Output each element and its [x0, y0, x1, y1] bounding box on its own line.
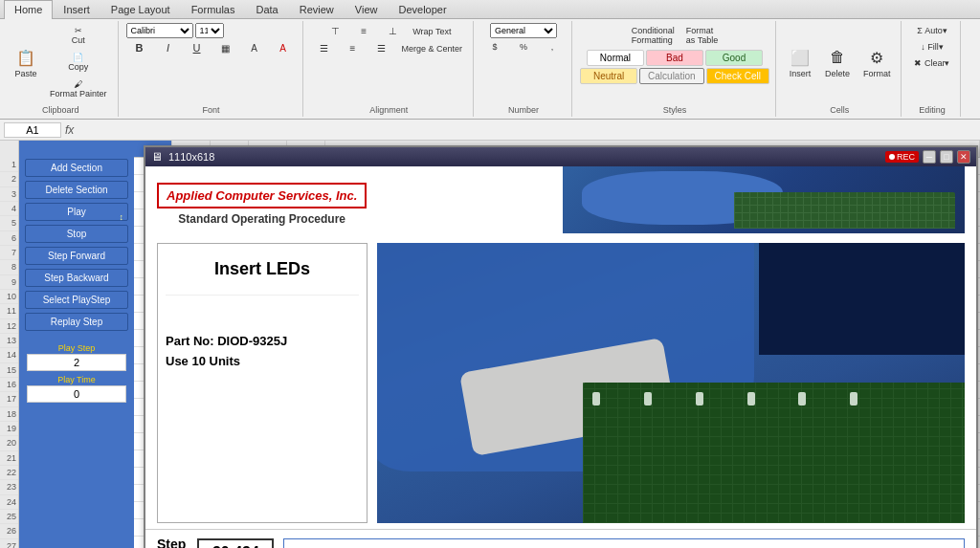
sop-bottom-bar: StepTime 30.434 Line up diode pins with … [145, 529, 976, 548]
popup-icon: 🖥 [151, 150, 163, 164]
step-forward-button[interactable]: Step Forward [25, 247, 128, 265]
sop-left-panel: Insert LEDs Part No: DIOD-9325J Use 10 U… [157, 243, 368, 523]
header-image-preview [563, 166, 965, 233]
format-as-table-button[interactable]: Formatas Table [681, 23, 723, 48]
stop-button[interactable]: Stop [25, 225, 128, 243]
formula-input[interactable] [78, 124, 976, 136]
font-size-select[interactable]: 11 [195, 23, 224, 38]
percent-button[interactable]: % [510, 39, 537, 55]
circuit-preview [734, 192, 955, 230]
underline-button[interactable]: U [184, 39, 211, 56]
step-time-value: 30.434 [197, 538, 274, 548]
row-numbers: 1 2 3 4 5 6 7 8 9 10 11 12 13 14 15 16 1… [0, 141, 19, 548]
align-left-button[interactable]: ☰ [311, 40, 338, 56]
close-button[interactable]: ✕ [957, 150, 970, 164]
style-normal[interactable]: Normal [587, 50, 644, 66]
tab-page-layout[interactable]: Page Layout [100, 0, 181, 18]
select-playstep-button[interactable]: Select PlayStep [25, 291, 128, 309]
tab-view[interactable]: View [345, 0, 389, 18]
number-format-select[interactable]: General [490, 23, 557, 38]
formula-bar: fx [0, 120, 980, 141]
number-group: General $ % , Number [476, 21, 572, 117]
merge-center-button[interactable]: Merge & Center [397, 40, 468, 56]
sop-body: Insert LEDs Part No: DIOD-9325J Use 10 U… [145, 237, 976, 529]
popup-title: 1110x618 [168, 151, 214, 163]
style-bad[interactable]: Bad [646, 50, 703, 66]
tab-formulas[interactable]: Formulas [181, 0, 246, 18]
step-backward-button[interactable]: Step Backward [25, 269, 128, 287]
maximize-button[interactable]: □ [940, 150, 953, 164]
style-neutral[interactable]: Neutral [580, 68, 637, 84]
play-step-label: Play Step [23, 343, 130, 353]
style-calculation[interactable]: Calculation [639, 68, 703, 84]
step-details: Part No: DIOD-9325J Use 10 Units [166, 303, 359, 372]
wrap-text-button[interactable]: Wrap Text [408, 23, 456, 39]
delete-section-button[interactable]: Delete Section [25, 181, 128, 199]
tab-data[interactable]: Data [245, 0, 288, 18]
cut-button[interactable]: ✂ Cut [45, 23, 112, 48]
delete-button[interactable]: 🗑 Delete [820, 43, 855, 81]
cells-label: Cells [830, 103, 849, 115]
cells-group: ⬜ Insert 🗑 Delete ⚙ Format Cells [778, 21, 902, 117]
sidebar: Add Section Delete Section Play ↕ Stop S… [19, 141, 134, 548]
format-button[interactable]: ⚙ Format [858, 43, 896, 81]
border-button[interactable]: ▦ [212, 40, 239, 56]
editing-label: Editing [919, 103, 946, 115]
comma-button[interactable]: , [539, 39, 566, 55]
auto-sum-button[interactable]: Σ Auto▾ [912, 23, 952, 38]
led-holes [592, 392, 898, 406]
insert-icon: ⬜ [789, 46, 812, 69]
tab-insert[interactable]: Insert [53, 0, 100, 18]
align-top-button[interactable]: ⊤ [322, 23, 348, 39]
format-icon: ⚙ [865, 46, 888, 69]
sop-header: Applied Computer Services, Inc. Standard… [145, 166, 976, 237]
currency-button[interactable]: $ [481, 39, 508, 55]
alignment-label: Alignment [369, 103, 408, 115]
image-preview-bg [563, 166, 965, 233]
rec-badge: REC [885, 151, 919, 163]
company-logo: Applied Computer Services, Inc. [157, 183, 367, 208]
bold-button[interactable]: B [126, 39, 153, 56]
popup-window: 🖥 1110x618 REC ─ □ ✕ [144, 145, 978, 548]
insert-button[interactable]: ⬜ Insert [784, 43, 816, 81]
conditional-formatting-button[interactable]: ConditionalFormatting [627, 23, 679, 48]
paste-button[interactable]: 📋 Paste [10, 43, 42, 81]
ribbon: Home Insert Page Layout Formulas Data Re… [0, 0, 980, 120]
part-number: Part No: DIOD-9325J [166, 332, 359, 352]
spreadsheet-area: 1 2 3 4 5 6 7 8 9 10 11 12 13 14 15 16 1… [0, 141, 980, 548]
align-center-button[interactable]: ≡ [340, 40, 367, 56]
tab-home[interactable]: Home [4, 0, 53, 19]
image-bg [377, 243, 965, 523]
font-color-button[interactable]: A [270, 40, 297, 56]
add-section-button[interactable]: Add Section [25, 159, 128, 177]
minimize-button[interactable]: ─ [923, 150, 936, 164]
ribbon-content: 📋 Paste ✂ Cut 📄 Copy 🖌 Format Painter Cl… [0, 19, 980, 119]
step-title: Insert LEDs [166, 252, 359, 296]
align-right-button[interactable]: ☰ [368, 40, 395, 56]
sop-content: Applied Computer Services, Inc. Standard… [145, 166, 976, 548]
clear-button[interactable]: ✖ Clear▾ [909, 55, 954, 71]
align-bottom-button[interactable]: ⊥ [379, 23, 406, 39]
play-button[interactable]: Play ↕ [25, 203, 128, 221]
fill-color-button[interactable]: A [241, 40, 268, 56]
font-name-select[interactable]: Calibri [126, 23, 193, 38]
name-box[interactable] [4, 122, 61, 138]
tab-developer[interactable]: Developer [388, 0, 457, 18]
play-time-value: 0 [27, 385, 126, 403]
replay-step-button[interactable]: Replay Step [25, 313, 128, 331]
align-middle-button[interactable]: ≡ [350, 23, 377, 39]
fx-label: fx [65, 123, 74, 137]
style-good[interactable]: Good [705, 50, 763, 66]
sop-title: Standard Operating Procedure [157, 212, 367, 226]
unit-count: Use 10 Units [166, 352, 359, 372]
italic-button[interactable]: I [155, 39, 182, 56]
format-painter-button[interactable]: 🖌 Format Painter [45, 77, 112, 101]
copy-button[interactable]: 📄 Copy [45, 50, 112, 75]
tab-review[interactable]: Review [289, 0, 345, 18]
fill-button[interactable]: ↓ Fill▾ [916, 39, 948, 55]
style-checkcell[interactable]: Check Cell [706, 68, 769, 84]
play-time-label: Play Time [23, 375, 130, 384]
editing-group: Σ Auto▾ ↓ Fill▾ ✖ Clear▾ Editing [903, 21, 961, 117]
step-image [377, 243, 965, 523]
circuit-board-main [583, 383, 965, 522]
